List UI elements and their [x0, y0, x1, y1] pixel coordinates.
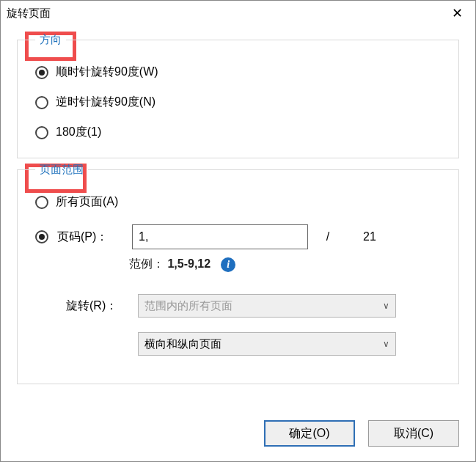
ok-button[interactable]: 确定(O): [264, 420, 355, 447]
close-icon: ✕: [452, 5, 463, 21]
radio-cw90[interactable]: [35, 66, 48, 79]
radio-label-ccw90: 逆时针旋转90度(N): [56, 95, 155, 110]
titlebar: 旋转页面 ✕: [1, 1, 475, 26]
radio-row-ccw90[interactable]: 逆时针旋转90度(N): [35, 95, 445, 110]
chevron-down-icon: ∨: [383, 339, 389, 349]
button-row: 确定(O) 取消(C): [264, 420, 459, 447]
radio-label-all: 所有页面(A): [56, 194, 118, 210]
radio-row-180[interactable]: 180度(1): [35, 125, 445, 140]
radio-pages[interactable]: [35, 230, 48, 243]
rotate-select-label: 旋转(R)：: [66, 298, 125, 314]
radio-label-pages: 页码(P)：: [57, 230, 123, 245]
page-input[interactable]: [132, 224, 308, 249]
info-icon[interactable]: i: [221, 257, 235, 272]
chevron-down-icon: ∨: [383, 301, 389, 311]
radio-row-cw90[interactable]: 顺时针旋转90度(W): [35, 65, 445, 80]
range-group: 页面范围 所有页面(A) 页码(P)： / 21 范例： 1,5-9,12 i: [17, 163, 459, 384]
example-row: 范例： 1,5-9,12 i: [129, 257, 445, 272]
direction-legend: 方向: [35, 33, 66, 47]
radio-label-cw90: 顺时针旋转90度(W): [56, 65, 158, 80]
radio-ccw90[interactable]: [35, 96, 48, 109]
radio-row-pages: 页码(P)： / 21: [35, 224, 445, 249]
rotate-select-value: 范围内的所有页面: [144, 299, 232, 313]
page-slash: /: [317, 230, 339, 243]
radio-label-180: 180度(1): [56, 125, 101, 140]
radio-180[interactable]: [35, 126, 48, 139]
rotate-pages-dialog: 旋转页面 ✕ 方向 顺时针旋转90度(W) 逆时针旋转90度(N) 180度(1…: [0, 0, 476, 462]
cancel-button[interactable]: 取消(C): [368, 420, 459, 447]
radio-row-all[interactable]: 所有页面(A): [35, 194, 445, 210]
orientation-select-value: 横向和纵向页面: [144, 337, 221, 351]
radio-all-pages[interactable]: [35, 196, 48, 209]
dialog-content: 方向 顺时针旋转90度(W) 逆时针旋转90度(N) 180度(1) 页面范围 …: [1, 26, 475, 403]
rotate-select-row: 旋转(R)： 范围内的所有页面 ∨: [66, 294, 445, 318]
orientation-select[interactable]: 横向和纵向页面 ∨: [138, 332, 396, 356]
direction-group: 方向 顺时针旋转90度(W) 逆时针旋转90度(N) 180度(1): [17, 33, 459, 158]
range-legend: 页面范围: [35, 163, 88, 177]
example-label: 范例： 1,5-9,12: [129, 257, 210, 272]
page-total: 21: [348, 230, 392, 243]
dialog-title: 旋转页面: [7, 7, 51, 21]
close-button[interactable]: ✕: [442, 2, 472, 24]
rotate-select[interactable]: 范围内的所有页面 ∨: [138, 294, 396, 318]
orientation-select-row: 横向和纵向页面 ∨: [66, 332, 445, 356]
